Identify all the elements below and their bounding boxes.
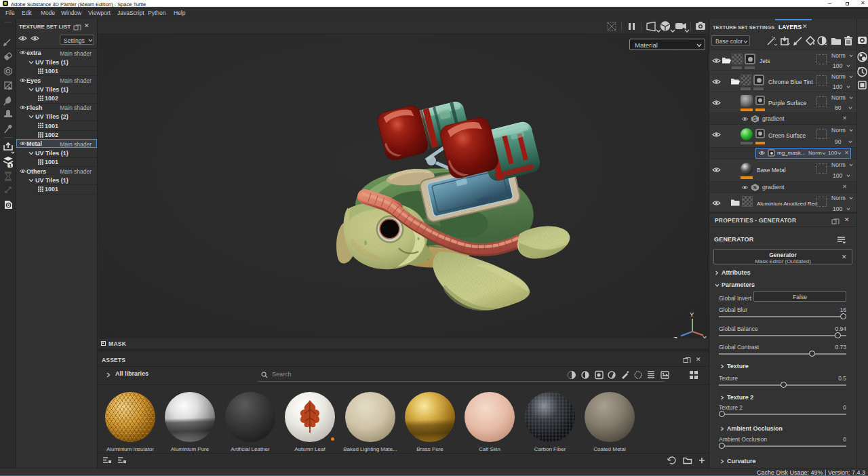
svg-text:S: S [753,184,757,191]
svg-text:S: S [753,116,757,122]
svg-text:1: 1 [9,163,12,169]
